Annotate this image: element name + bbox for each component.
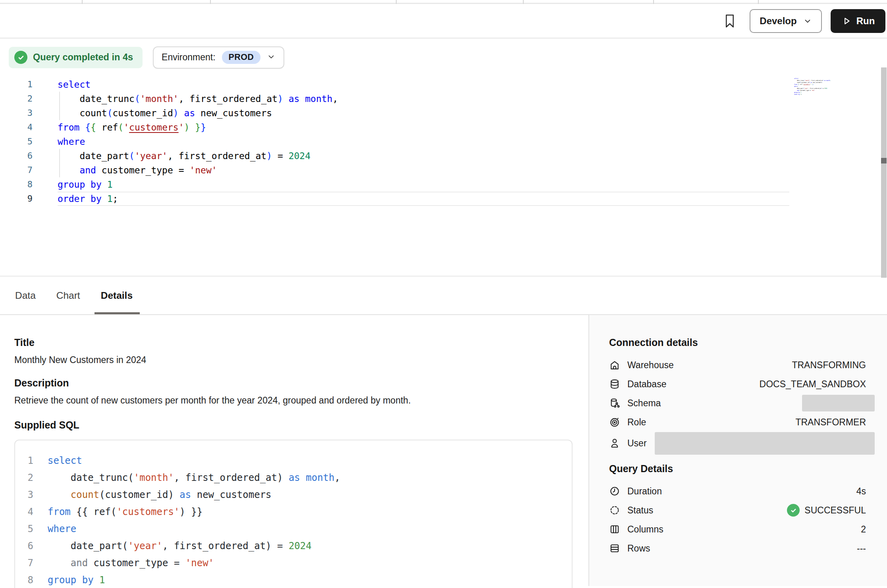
redacted-value — [802, 395, 875, 411]
title-value: Monthly New Customers in 2024 — [14, 354, 573, 366]
code-text: where — [48, 521, 76, 538]
bookmark-icon — [724, 13, 736, 29]
detail-label: Schema — [627, 398, 802, 409]
line-number: 6 — [0, 149, 33, 163]
line-number: 3 — [15, 486, 33, 503]
database-icon — [609, 378, 621, 390]
detail-value: TRANSFORMER — [795, 417, 866, 428]
title-heading: Title — [14, 336, 573, 348]
sql-editor[interactable]: 1select2 date_trunc('month', first_order… — [0, 72, 887, 277]
tab-divider — [82, 0, 83, 4]
code-line: 7 and customer_type = 'new' — [15, 555, 572, 572]
tab-details[interactable]: Details — [100, 277, 133, 314]
connection-details-rows: WarehouseTRANSFORMINGDatabaseDOCS_TEAM_S… — [609, 355, 866, 455]
environment-value-pill: PROD — [222, 51, 261, 64]
code-line: 3 count(customer_id) as new_customers — [0, 106, 887, 120]
code-text: date_trunc('month', first_ordered_at) as… — [58, 92, 789, 106]
code-line: 3 count(customer_id) as new_customers — [15, 486, 572, 503]
code-text: and customer_type = 'new' — [58, 163, 789, 177]
user-icon — [609, 437, 621, 449]
detail-value: TRANSFORMING — [792, 360, 866, 371]
detail-label: User — [627, 438, 655, 449]
detail-label: Role — [627, 417, 795, 428]
detail-label: Status — [627, 505, 787, 516]
results-tabs: DataChartDetails — [0, 277, 887, 315]
editor-scrollbar[interactable] — [881, 67, 887, 278]
detail-row-database: DatabaseDOCS_TEAM_SANDBOX — [609, 375, 866, 394]
code-line: 4from {{ ref('customers') }} — [15, 503, 572, 521]
code-line: 6 date_part('year', first_ordered_at) = … — [15, 538, 572, 555]
code-text: where — [58, 135, 789, 149]
tab-divider — [396, 0, 397, 4]
detail-row-duration: Duration4s — [609, 482, 866, 501]
details-content: Title Monthly New Customers in 2024 Desc… — [0, 315, 887, 586]
detail-value — [655, 432, 866, 455]
tab-data[interactable]: Data — [14, 277, 37, 314]
run-button[interactable]: Run — [831, 9, 885, 33]
line-number: 5 — [0, 135, 33, 149]
code-line: 1select — [0, 77, 887, 92]
detail-value: 4s — [856, 486, 866, 497]
schema-icon — [609, 397, 621, 409]
query-details-heading: Query Details — [609, 463, 866, 475]
details-left-panel: Title Monthly New Customers in 2024 Desc… — [0, 315, 588, 586]
code-line: 8group by 1 — [0, 177, 887, 192]
rows-icon — [609, 542, 621, 554]
columns-icon — [609, 523, 621, 535]
tab-divider — [758, 0, 759, 4]
code-text: select — [48, 452, 82, 469]
environment-label: Environment: — [162, 52, 216, 63]
supplied-sql-heading: Supplied SQL — [14, 419, 573, 431]
connection-details-heading: Connection details — [609, 336, 866, 348]
redacted-value — [655, 432, 875, 455]
detail-row-columns: Columns2 — [609, 520, 866, 539]
code-line: 2 date_trunc('month', first_ordered_at) … — [15, 469, 572, 486]
code-line: 2 date_trunc('month', first_ordered_at) … — [0, 92, 887, 106]
tab-chart[interactable]: Chart — [56, 277, 81, 314]
editor-minimap[interactable]: select date_trunc('month', first_ordered… — [794, 77, 854, 149]
code-text: group by 1 — [58, 177, 789, 192]
tab-divider — [210, 0, 211, 4]
chevron-down-icon — [267, 52, 276, 63]
role-icon — [609, 416, 621, 428]
code-text: date_part('year', first_ordered_at) = 20… — [48, 538, 312, 555]
code-line: 9order by 1; — [0, 192, 887, 206]
line-number: 8 — [15, 572, 33, 588]
editor-code-area[interactable]: 1select2 date_trunc('month', first_order… — [0, 72, 887, 206]
line-number: 2 — [15, 469, 33, 486]
bookmark-button[interactable] — [720, 9, 739, 33]
detail-value: SUCCESSFUL — [787, 504, 866, 517]
line-number: 7 — [0, 163, 33, 177]
code-line: 6 date_part('year', first_ordered_at) = … — [0, 149, 887, 163]
detail-label: Columns — [627, 524, 861, 535]
line-number: 9 — [0, 192, 33, 206]
detail-value: --- — [857, 543, 866, 554]
status-bar: Query completed in 4s Environment: PROD — [0, 38, 887, 72]
code-text: count(customer_id) as new_customers — [58, 106, 789, 120]
code-text: from {{ ref('customers') }} — [48, 503, 202, 521]
code-text: order by 1; — [58, 192, 789, 206]
success-check-icon — [787, 504, 800, 517]
detail-row-warehouse: WarehouseTRANSFORMING — [609, 355, 866, 375]
detail-value — [802, 395, 866, 411]
detail-row-status: StatusSUCCESSFUL — [609, 501, 866, 520]
develop-menu-button[interactable]: Develop — [750, 9, 822, 33]
detail-row-rows: Rows--- — [609, 539, 866, 558]
code-text: select — [58, 77, 789, 92]
detail-label: Database — [627, 379, 760, 390]
develop-label: Develop — [760, 15, 796, 27]
detail-row-role: RoleTRANSFORMER — [609, 413, 866, 432]
tab-divider — [523, 0, 524, 4]
environment-dropdown[interactable]: Environment: PROD — [153, 46, 284, 69]
detail-label: Warehouse — [627, 360, 792, 371]
description-value: Retrieve the count of new customers per … — [14, 394, 573, 406]
run-label: Run — [856, 15, 875, 27]
code-line: 1select — [15, 452, 572, 469]
warehouse-icon — [609, 359, 621, 371]
detail-row-user: User — [609, 432, 866, 455]
scrollbar-thumb[interactable] — [881, 158, 887, 163]
code-text: from {{ ref('customers') }} — [58, 120, 789, 135]
description-heading: Description — [14, 377, 573, 389]
line-number: 7 — [15, 555, 33, 572]
code-text: date_part('year', first_ordered_at) = 20… — [58, 149, 789, 163]
